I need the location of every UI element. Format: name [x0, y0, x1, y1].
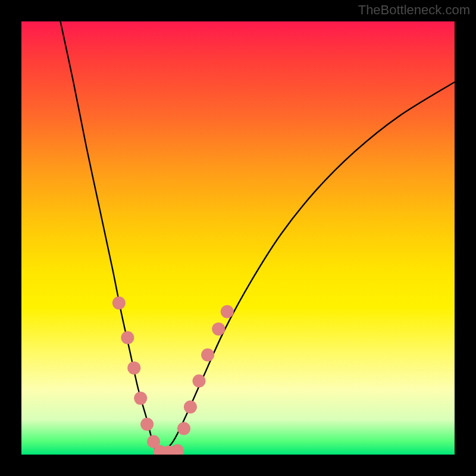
- curve-svg: [21, 21, 455, 455]
- watermark-text: TheBottleneck.com: [358, 2, 470, 18]
- data-marker: [171, 444, 184, 455]
- right-branch-curve: [160, 82, 455, 455]
- data-marker: [184, 400, 197, 414]
- plot-area: [21, 21, 455, 455]
- chart-container: TheBottleneck.com: [0, 0, 476, 476]
- data-marker: [127, 361, 140, 374]
- data-marker: [192, 374, 205, 387]
- data-marker: [134, 392, 147, 405]
- left-branch-curve: [61, 21, 160, 455]
- data-marker: [121, 331, 134, 344]
- data-marker: [177, 422, 190, 435]
- data-marker: [140, 418, 154, 431]
- data-marker: [212, 322, 225, 336]
- data-marker: [112, 296, 126, 309]
- data-marker: [221, 305, 234, 318]
- marker-group: [112, 296, 234, 455]
- data-marker: [201, 349, 214, 362]
